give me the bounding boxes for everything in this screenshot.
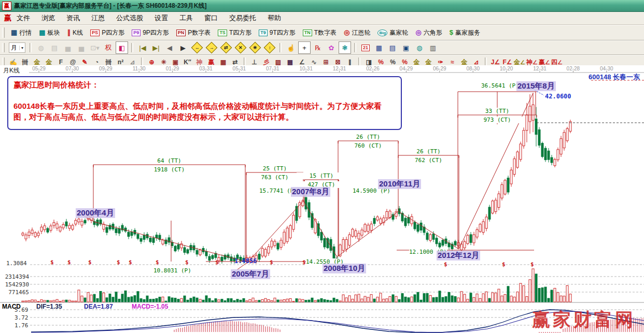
window-title: 赢家江恩专业版[赢家内部服务平台] - [长春一东 SH600148-239月K… <box>14 2 206 10</box>
sectors-button[interactable]: ▩板块 <box>35 27 63 38</box>
notes-button[interactable]: ▤ <box>386 41 399 54</box>
kline-icon: ∥ <box>67 29 71 36</box>
crosshair-tool-button[interactable]: + <box>298 41 311 54</box>
menu-item-4[interactable]: 公式选股 <box>116 13 143 23</box>
hexagon-button[interactable]: ◎六角形 <box>412 27 445 38</box>
9p-square-icon: P9 <box>132 30 141 36</box>
last-page-button[interactable]: ▶| <box>150 41 162 54</box>
date-tick: 10-20 <box>495 66 518 71</box>
chart3-tool-disabled: ▅ <box>62 41 74 54</box>
web-search-icon: ◍ <box>416 44 422 52</box>
swing-days-label: 760 (CT) <box>343 142 393 149</box>
pivot-date-label: 2008年10月 <box>323 264 366 273</box>
zoom-y-button[interactable]: ↕ <box>263 41 276 54</box>
toolbar-grip[interactable] <box>2 43 5 52</box>
pivot-date-label: 2005年7月 <box>231 269 270 279</box>
swing-time-label: 33 (TT) <box>472 108 522 114</box>
calculator-button[interactable]: ▦ <box>373 41 385 54</box>
9p-square-button[interactable]: P99P四方形 <box>128 27 173 38</box>
compress-icon: ✕ <box>235 42 247 54</box>
macd-dea-value: DEA=1.87 <box>84 303 113 310</box>
first-page-button[interactable]: |◀ <box>136 41 149 54</box>
stamp-tool-icon: ✿ <box>329 44 334 52</box>
remote-button[interactable]: ▥ <box>427 41 439 54</box>
dividend-mark: $ <box>302 259 306 266</box>
menu-item-7[interactable]: 窗口 <box>204 13 218 23</box>
t-square-button[interactable]: TST四方形 <box>214 27 255 38</box>
prev-button[interactable]: ◀ <box>163 41 176 54</box>
swing-days-label: 973 (CT) <box>472 117 522 123</box>
brain-analysis-icon: ❃ <box>342 44 348 52</box>
hexagon-icon: ◎ <box>415 29 421 36</box>
period-select[interactable]: 月▾ <box>9 42 25 53</box>
annotation-title: 赢家江恩时间价格统计： <box>13 80 396 90</box>
zoom-out-x-icon: ↔ <box>191 42 203 54</box>
price-axis-mark: 1.3084 <box>6 260 27 267</box>
toolbar-separator <box>354 43 356 52</box>
zoom-y-icon: ↕ <box>264 42 276 54</box>
swing-days-label: 762 (CT) <box>404 157 454 164</box>
menu-item-9[interactable]: 帮助 <box>268 13 281 23</box>
compress-button[interactable]: ✕ <box>234 41 247 54</box>
menu-item-5[interactable]: 设置 <box>155 13 168 23</box>
9t-square-icon: T9 <box>259 30 268 36</box>
exrights-button[interactable]: 权 <box>102 41 115 54</box>
period-value: 月 <box>11 44 17 52</box>
toolbar-grip[interactable] <box>2 27 5 38</box>
kline-button[interactable]: ∥K线 <box>64 27 87 38</box>
toolbar-button-label: K线 <box>73 28 83 37</box>
menu-item-1[interactable]: 浏览 <box>41 13 55 23</box>
save-button[interactable]: ▣ <box>400 41 412 54</box>
calendar-button[interactable]: 21 <box>359 41 372 54</box>
web-search-button[interactable]: ◍ <box>413 41 426 54</box>
date-tick: 06-29 <box>428 66 451 71</box>
dividend-mark: $ <box>444 261 447 268</box>
t-table-button[interactable]: TNT数字表 <box>299 27 340 38</box>
toolbar-button-label: 9T四方形 <box>270 28 296 37</box>
p-square-button[interactable]: PSP四方形 <box>87 27 128 38</box>
crosshair-tool-icon: + <box>302 44 306 52</box>
zoom-out-x-button[interactable]: ↔ <box>190 41 204 54</box>
zoom-in-x-button[interactable]: ⇄ <box>219 41 233 54</box>
pattern-tool-disabled: ◍ <box>35 41 47 54</box>
brain-analysis-button[interactable]: ❃ <box>339 41 351 54</box>
pivot-date-label: 2007年8月 <box>291 187 330 197</box>
chart-area[interactable]: 月K线 05-2907-3009-2911-3001-2903-3105-310… <box>0 65 644 333</box>
stamp-tool-button[interactable]: ✿ <box>325 41 338 54</box>
chart9-tool-disabled-icon: ▅ <box>79 44 84 52</box>
quotes-button[interactable]: ▦行情 <box>7 27 35 38</box>
date-tick: 08-30 <box>461 66 484 71</box>
remote-icon: ▥ <box>430 44 436 52</box>
title-bar: 赢 赢家江恩专业版[赢家内部服务平台] - [长春一东 SH600148-239… <box>0 0 644 12</box>
chip-distribution-button[interactable]: ◧ <box>116 41 128 54</box>
date-axis: 05-2907-3009-2911-3001-2903-3105-3107-31… <box>0 65 644 73</box>
shift-right-button[interactable]: → <box>205 41 218 54</box>
macd-axis-value: 3.72 <box>15 314 29 321</box>
hand-tool-button[interactable]: ☝ <box>285 41 297 54</box>
chart3-tool-disabled-icon: ▅ <box>65 44 71 52</box>
date-tick: 12-31 <box>328 66 351 71</box>
dividend-mark: $ <box>50 259 54 266</box>
chevron-down-icon[interactable]: ▾ <box>19 46 23 50</box>
toolbar-button-label: T四方形 <box>229 28 251 37</box>
swing-days-label: 763 (CT) <box>250 174 300 181</box>
dividend-mark: $ <box>270 259 273 266</box>
date-tick: 01-29 <box>161 66 184 71</box>
date-tick: 04-29 <box>395 66 417 71</box>
gann-wheel-button[interactable]: ◎江恩轮 <box>340 27 374 38</box>
winner-wheel-button[interactable]: Big赢家轮 <box>374 27 412 38</box>
measure-tool-button[interactable]: ℞ <box>312 41 324 54</box>
winner-service-button[interactable]: $赢家服务 <box>446 27 484 38</box>
menu-item-3[interactable]: 江恩 <box>91 13 105 23</box>
menu-item-0[interactable]: 文件 <box>17 13 30 23</box>
p-table-button[interactable]: PNP数字表 <box>173 27 215 38</box>
prev-icon: ◀ <box>167 44 172 52</box>
menu-item-6[interactable]: 工具 <box>179 13 193 23</box>
9t-square-button[interactable]: T99T四方形 <box>255 27 299 38</box>
menu-item-2[interactable]: 资讯 <box>66 13 80 23</box>
next-button[interactable]: ▶ <box>177 41 189 54</box>
price-callout-label: 42.0600 <box>545 93 571 100</box>
menu-item-8[interactable]: 交易委托 <box>229 13 256 23</box>
expand-button[interactable]: ✳ <box>248 41 262 54</box>
swing-time-label: 26 (TT) <box>343 134 393 140</box>
